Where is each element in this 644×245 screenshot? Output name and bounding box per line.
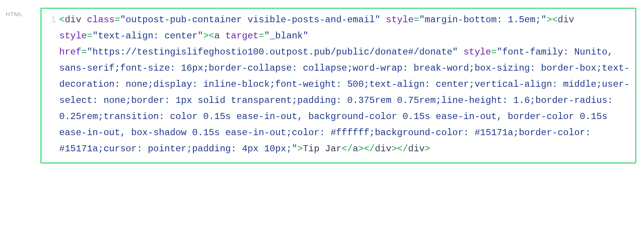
- code-token: <: [552, 15, 557, 25]
- code-token: a: [353, 144, 358, 154]
- code-block[interactable]: 1 <div class="outpost-pub-container visi…: [40, 8, 636, 164]
- code-token: <: [209, 31, 214, 41]
- code-token: =: [414, 15, 419, 25]
- code-token: >: [425, 144, 430, 154]
- code-token: =: [87, 31, 92, 41]
- code-token: =: [491, 47, 496, 57]
- code-token: "outpost-pub-container visible-posts-and…: [120, 15, 380, 25]
- code-token: >: [297, 144, 303, 154]
- code-token: div: [408, 144, 424, 154]
- code-token: "https://testingislifeghostio100.outpost…: [87, 47, 458, 57]
- code-token: </: [364, 144, 375, 154]
- code-token: "text-align: center": [92, 31, 203, 41]
- code-token: </: [342, 144, 353, 154]
- code-token: style: [386, 15, 414, 25]
- code-token: "margin-bottom: 1.5em;": [419, 15, 546, 25]
- code-token: "_blank": [264, 31, 308, 41]
- code-token: div: [557, 15, 574, 25]
- code-token: >: [203, 31, 208, 41]
- code-token: [220, 31, 225, 41]
- code-token: =: [82, 47, 87, 57]
- code-token: [82, 15, 87, 25]
- code-token: =: [259, 31, 264, 41]
- code-token: target: [225, 31, 258, 41]
- code-token: >: [358, 144, 364, 154]
- code-token: >: [546, 15, 552, 25]
- code-token: [458, 47, 463, 57]
- code-token: style: [463, 47, 491, 57]
- language-label: HTML: [0, 8, 40, 17]
- line-number: 1: [51, 15, 56, 25]
- code-token: a: [214, 31, 220, 41]
- code-token: =: [115, 15, 120, 25]
- code-token: div: [65, 15, 81, 25]
- code-content[interactable]: <div class="outpost-pub-container visibl…: [59, 12, 630, 157]
- code-token: </: [397, 144, 408, 154]
- code-token: style: [59, 31, 87, 41]
- code-token: <: [59, 15, 65, 25]
- code-token: div: [375, 144, 391, 154]
- code-token: href: [59, 47, 82, 57]
- code-token: Tip Jar: [303, 144, 342, 154]
- code-token: [380, 15, 386, 25]
- code-token: >: [391, 144, 397, 154]
- code-token: "font-family: Nunito, sans-serif;font-si…: [59, 47, 629, 154]
- code-token: class: [87, 15, 115, 25]
- line-number-gutter: 1: [47, 12, 59, 157]
